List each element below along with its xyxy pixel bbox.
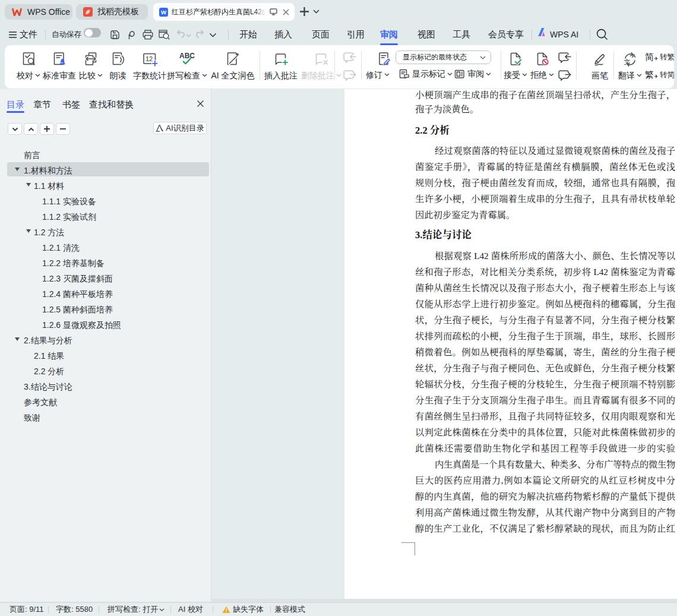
svg-text:W: W (161, 9, 167, 15)
svg-text:ABC: ABC (179, 52, 195, 60)
svg-text:12: 12 (145, 55, 153, 62)
